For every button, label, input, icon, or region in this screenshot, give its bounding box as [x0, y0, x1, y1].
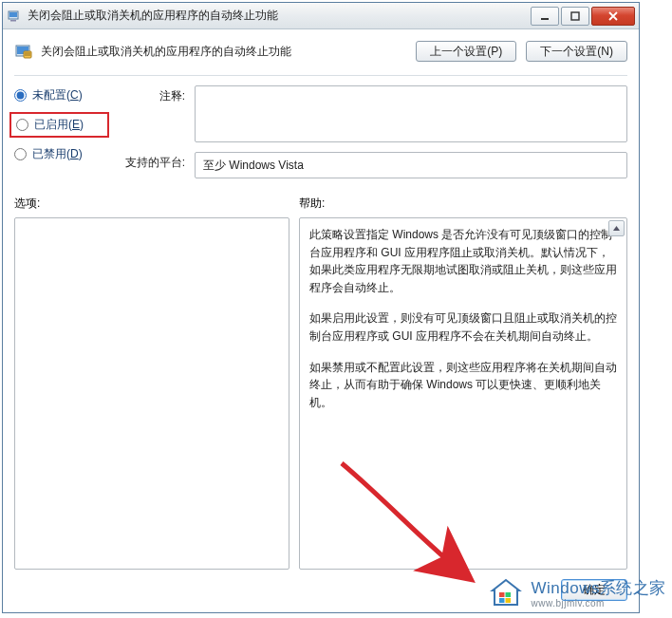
svg-rect-4 [571, 12, 579, 20]
prev-setting-label: 上一个设置(P) [430, 44, 502, 60]
watermark-logo-icon [488, 576, 524, 612]
svg-rect-1 [10, 20, 16, 22]
highlight-enabled-box: 已启用(E) [9, 112, 109, 138]
svg-rect-2 [9, 12, 17, 17]
options-pane [14, 217, 289, 570]
window-title: 关闭会阻止或取消关机的应用程序的自动终止功能 [28, 8, 278, 24]
svg-rect-3 [541, 18, 549, 20]
watermark: Windows系统之家 www.bjjmlv.com [488, 576, 666, 612]
platform-row: 支持的平台: 至少 Windows Vista [122, 152, 627, 178]
radio-disabled[interactable]: 已禁用(D) [14, 146, 109, 162]
radio-disabled-input[interactable] [14, 148, 27, 160]
nav-buttons: 上一个设置(P) 下一个设置(N) [416, 41, 627, 62]
maximize-button[interactable] [561, 7, 589, 26]
app-icon [7, 9, 22, 24]
divider [14, 75, 627, 76]
radio-not-configured-input[interactable] [14, 89, 27, 102]
radio-not-configured-label: 未配置(C) [32, 87, 83, 103]
radio-disabled-label: 已禁用(D) [32, 146, 83, 162]
window-controls [529, 7, 635, 26]
comment-label: 注释: [122, 85, 185, 104]
watermark-main: Windows系统之家 [532, 579, 666, 598]
policy-title: 关闭会阻止或取消关机的应用程序的自动终止功能 [41, 44, 291, 60]
dialog-window: 关闭会阻止或取消关机的应用程序的自动终止功能 关闭会阻止或取消关机的应用程序的自… [2, 2, 640, 613]
options-label: 选项: [14, 196, 299, 212]
minimize-button[interactable] [531, 7, 559, 26]
svg-rect-9 [505, 592, 511, 597]
panes: 此策略设置指定 Windows 是否允许没有可见顶级窗口的控制台应用程序和 GU… [14, 217, 627, 570]
next-setting-label: 下一个设置(N) [540, 44, 613, 60]
comment-input[interactable] [195, 85, 627, 142]
platform-label: 支持的平台: [122, 152, 185, 171]
radio-enabled-label: 已启用(E) [34, 117, 84, 133]
scroll-up-icon[interactable] [608, 220, 625, 236]
platform-value: 至少 Windows Vista [195, 152, 627, 178]
close-button[interactable] [591, 7, 635, 26]
right-column: 注释: 支持的平台: 至少 Windows Vista [122, 85, 627, 178]
prev-setting-button[interactable]: 上一个设置(P) [416, 41, 516, 62]
comment-row: 注释: [122, 85, 627, 142]
help-paragraph-2: 如果启用此设置，则没有可见顶级窗口且阻止或取消关机的控制台应用程序或 GUI 应… [309, 309, 617, 345]
help-paragraph-1: 此策略设置指定 Windows 是否允许没有可见顶级窗口的控制台应用程序和 GU… [309, 226, 617, 296]
help-pane: 此策略设置指定 Windows 是否允许没有可见顶级窗口的控制台应用程序和 GU… [299, 217, 627, 570]
watermark-sub: www.bjjmlv.com [532, 598, 666, 609]
policy-icon [14, 42, 33, 61]
header-row: 关闭会阻止或取消关机的应用程序的自动终止功能 上一个设置(P) 下一个设置(N) [14, 37, 627, 75]
watermark-text: Windows系统之家 www.bjjmlv.com [532, 579, 666, 609]
titlebar: 关闭会阻止或取消关机的应用程序的自动终止功能 [3, 3, 639, 29]
dialog-content: 关闭会阻止或取消关机的应用程序的自动终止功能 上一个设置(P) 下一个设置(N)… [3, 29, 639, 612]
next-setting-button[interactable]: 下一个设置(N) [526, 41, 627, 62]
radio-enabled-input[interactable] [16, 119, 28, 131]
state-radios: 未配置(C) 已启用(E) 已禁用(D) [14, 85, 109, 162]
mid-labels: 选项: 帮助: [14, 196, 627, 212]
radio-not-configured[interactable]: 未配置(C) [14, 87, 109, 103]
help-paragraph-3: 如果禁用或不配置此设置，则这些应用程序将在关机期间自动终止，从而有助于确保 Wi… [309, 359, 617, 412]
radio-enabled[interactable]: 已启用(E) [16, 117, 84, 133]
svg-rect-10 [499, 598, 505, 603]
svg-rect-7 [24, 51, 31, 58]
config-row: 未配置(C) 已启用(E) 已禁用(D) 注释: [14, 85, 627, 178]
svg-rect-8 [499, 592, 505, 597]
help-label: 帮助: [299, 196, 325, 212]
svg-rect-11 [505, 598, 511, 603]
